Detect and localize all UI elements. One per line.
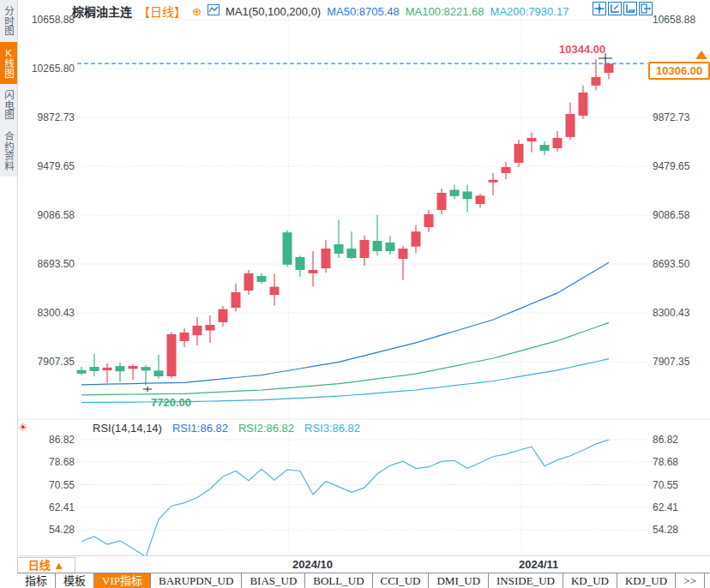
axis-tick-label: 9479.65 — [653, 160, 689, 172]
x-axis-month-label: 2024/11 — [519, 558, 558, 571]
high-price-label: 10344.00 — [559, 43, 605, 56]
indicator-tab-4[interactable]: BIAS_UD — [242, 573, 305, 588]
ma200-value: MA200:7930.17 — [490, 5, 569, 18]
rsi3-value: RSI3:86.82 — [304, 422, 360, 435]
period-tag[interactable]: 【日线】 — [138, 3, 186, 20]
axis-tick-label: 9872.73 — [653, 111, 689, 123]
axis-tick-label: 7907.35 — [653, 356, 689, 368]
indicator-tab-1[interactable]: 模板 — [56, 573, 94, 588]
axis-tick-label: 70.55 — [653, 479, 678, 491]
axis-tick-label: 8300.43 — [653, 307, 689, 319]
price-chart[interactable] — [0, 0, 710, 570]
indicator-tab-2[interactable]: VIP指标 — [94, 573, 151, 588]
crosshair-icon[interactable] — [593, 2, 606, 19]
ma100-value: MA100:8221.68 — [406, 5, 484, 18]
sidebar: 分时图K线图闪电图合约资料 — [0, 0, 18, 588]
scroll-up-marker-icon[interactable] — [695, 51, 707, 59]
indicator-tab-11[interactable]: >> — [676, 573, 705, 588]
indicator-tab-8[interactable]: INSIDE_UD — [489, 573, 563, 588]
sidebar-tab-3[interactable]: 合约资料 — [0, 125, 17, 177]
popout-icon[interactable] — [639, 2, 653, 19]
axis-tick-label: 86.82 — [653, 434, 678, 446]
x-axis-month-label: 2024/10 — [292, 558, 333, 571]
last-price-badge: 10306.00 — [648, 62, 710, 80]
ma50-value: MA50:8705.48 — [327, 5, 400, 18]
sidebar-tab-1[interactable]: K线图 — [0, 42, 17, 84]
xaxis-bar: 日线 ▲ 2024/102024/11 — [17, 555, 710, 573]
axis-scale-icon[interactable] — [623, 2, 637, 19]
sidebar-tab-2[interactable]: 闪电图 — [0, 84, 17, 126]
axis-tick-label: 9086.58 — [653, 209, 689, 221]
low-price-label: 7720.00 — [151, 396, 191, 409]
axis-range-icon[interactable] — [608, 2, 622, 19]
sun-icon[interactable]: ☀ — [18, 421, 28, 434]
rsi1-value: RSI1:86.82 — [172, 422, 228, 435]
rsi-header: RSI(14,14,14) RSI1:86.82 RSI2:86.82 RSI3… — [93, 422, 360, 435]
axis-tick-label: 62.41 — [653, 501, 678, 513]
trading-app: { "colors":{"up":"#e8515f","down":"#3eb4… — [0, 0, 710, 588]
line-chart-icon — [208, 4, 220, 18]
rsi-formula: RSI(14,14,14) — [93, 422, 162, 435]
sidebar-tab-0[interactable]: 分时图 — [0, 0, 17, 42]
chart-toolbar — [593, 2, 653, 19]
indicator-tab-9[interactable]: KD_UD — [563, 573, 617, 588]
rsi2-value: RSI2:86.82 — [238, 422, 294, 435]
axis-tick-label: 10658.88 — [653, 14, 695, 26]
axis-tick-label: 8693.50 — [653, 258, 689, 270]
indicator-tab-5[interactable]: BOLL_UD — [305, 573, 372, 588]
symbol-title: 棕榈油主连 — [72, 3, 132, 20]
axis-tick-label: 54.28 — [653, 524, 678, 536]
ma-formula: MA1(50,100,200,0) — [226, 5, 321, 18]
indicator-tab-0[interactable]: 指标 — [17, 573, 56, 588]
sidebar-tab-group: 分时图K线图闪电图合约资料 — [0, 0, 17, 177]
period-selector-button[interactable]: 日线 ▲ — [17, 557, 75, 573]
indicator-tab-3[interactable]: BARUPDN_UD — [151, 573, 242, 588]
indicator-tab-10[interactable]: KDJ_UD — [617, 573, 676, 588]
chart-header: 棕榈油主连 【日线】 ⊕ MA1(50,100,200,0) MA50:8705… — [72, 3, 569, 20]
indicator-tab-6[interactable]: CCI_UD — [373, 573, 430, 588]
indicator-tab-bar: 指标模板VIP指标BARUPDN_UDBIAS_UDBOLL_UDCCI_UDD… — [17, 573, 710, 588]
plus-circle-icon[interactable]: ⊕ — [192, 5, 202, 18]
indicator-tab-7[interactable]: DMI_UD — [429, 573, 489, 588]
axis-tick-label: 78.68 — [653, 456, 678, 468]
